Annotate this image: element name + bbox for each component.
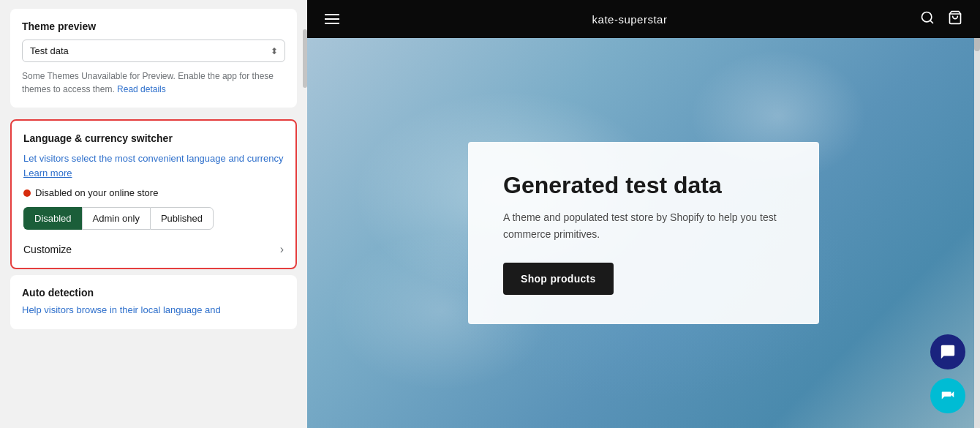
svg-line-1 <box>930 20 933 23</box>
hamburger-menu-icon[interactable] <box>325 14 339 24</box>
read-details-link[interactable]: Read details <box>117 84 166 94</box>
published-button[interactable]: Published <box>150 207 214 230</box>
chat-button-1[interactable] <box>930 334 965 369</box>
chat-button-2[interactable] <box>930 378 965 413</box>
language-currency-description: Let visitors select the most convenient … <box>23 151 284 180</box>
hero-card: Generated test data A theme and populate… <box>468 142 819 324</box>
store-name: kate-superstar <box>592 13 668 26</box>
preview-nav: kate-superstar <box>307 0 980 38</box>
language-currency-card: Language & currency switcher Let visitor… <box>10 119 297 269</box>
admin-only-button[interactable]: Admin only <box>82 207 150 230</box>
right-scrollbar[interactable] <box>974 0 980 428</box>
auto-detection-card: Auto detection Help visitors browse in t… <box>10 275 297 329</box>
left-panel: Theme preview Test data Live theme Custo… <box>0 0 307 428</box>
auto-detection-link[interactable]: Help visitors browse in their local lang… <box>22 303 285 318</box>
chevron-right-icon: › <box>280 243 284 256</box>
hero-title: Generated test data <box>503 171 784 199</box>
status-row: Disabled on your online store <box>23 187 284 198</box>
hero-section: Generated test data A theme and populate… <box>307 38 980 428</box>
auto-detection-title: Auto detection <box>22 287 285 299</box>
theme-preview-card: Theme preview Test data Live theme Custo… <box>10 9 297 108</box>
right-panel: kate-superstar Generated test d <box>307 0 980 428</box>
customize-row[interactable]: Customize › <box>23 233 284 256</box>
language-currency-title: Language & currency switcher <box>23 132 284 144</box>
theme-preview-note: Some Themes Unavailable for Preview. Ena… <box>22 70 285 96</box>
status-dot-icon <box>23 189 31 197</box>
shop-products-button[interactable]: Shop products <box>503 263 614 295</box>
bag-icon[interactable] <box>948 10 962 29</box>
status-label: Disabled on your online store <box>35 187 158 198</box>
customize-label: Customize <box>23 244 72 255</box>
disabled-button[interactable]: Disabled <box>23 207 82 230</box>
theme-select-wrapper[interactable]: Test data Live theme Custom ⬍ <box>22 40 285 62</box>
nav-icons <box>920 10 962 29</box>
hero-subtitle: A theme and populated test store by Shop… <box>503 209 784 242</box>
visibility-button-group: Disabled Admin only Published <box>23 207 284 230</box>
theme-preview-title: Theme preview <box>22 20 285 32</box>
learn-more-link[interactable]: Learn more <box>23 168 72 179</box>
search-icon[interactable] <box>920 10 935 29</box>
theme-select[interactable]: Test data Live theme Custom <box>22 40 285 62</box>
